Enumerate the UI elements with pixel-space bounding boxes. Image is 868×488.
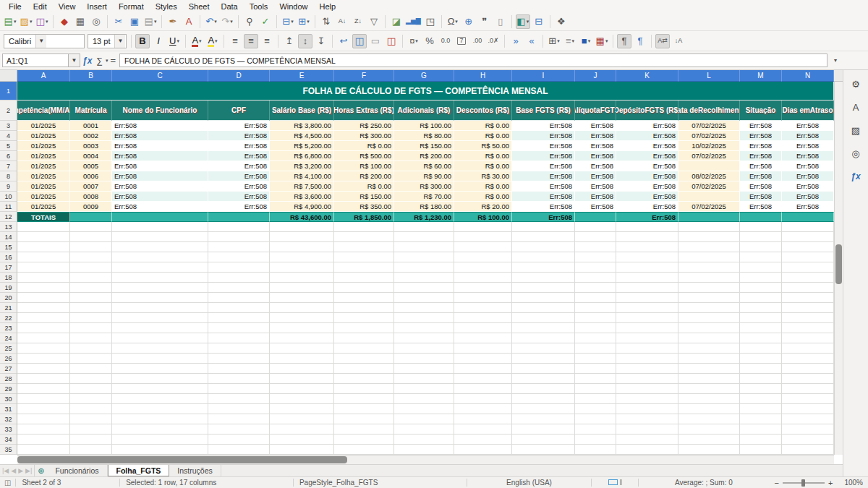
- grid-cell[interactable]: Err:508: [782, 192, 834, 202]
- grid-cell[interactable]: [740, 414, 782, 424]
- grid-cell[interactable]: Err:508: [575, 181, 616, 192]
- grid-cell[interactable]: [208, 394, 270, 404]
- row-header-24[interactable]: 24: [0, 333, 17, 343]
- grid-cell[interactable]: [678, 374, 740, 384]
- export-pdf-icon[interactable]: ◆: [57, 14, 72, 29]
- first-sheet-icon[interactable]: |◀: [2, 467, 9, 474]
- freeze-panes-dropdown-icon[interactable]: ▾: [527, 19, 529, 25]
- totals-cell[interactable]: [782, 212, 834, 222]
- grid-cell[interactable]: [70, 293, 112, 303]
- grid-cell[interactable]: [17, 394, 70, 404]
- grid-cell[interactable]: [334, 242, 394, 252]
- grid-cell[interactable]: R$ 150.00: [394, 141, 454, 151]
- grid-cell[interactable]: [740, 323, 782, 333]
- grid-cell[interactable]: R$ 50.00: [454, 141, 512, 151]
- grid-cell[interactable]: Err:508: [782, 131, 834, 141]
- grid-cell[interactable]: [270, 293, 334, 303]
- grid-cell[interactable]: [454, 333, 512, 343]
- row-header-29[interactable]: 29: [0, 384, 17, 394]
- grid-cell[interactable]: [575, 283, 616, 293]
- grid-cell[interactable]: [334, 364, 394, 374]
- grid-cell[interactable]: [17, 404, 70, 414]
- header-cell-B[interactable]: Matrícula: [70, 100, 112, 121]
- row-header-17[interactable]: 17: [0, 262, 17, 273]
- header-cell-I[interactable]: Base FGTS (R$): [512, 100, 575, 121]
- sort-icon[interactable]: ⇅: [319, 14, 333, 29]
- grid-cell[interactable]: Err:508: [512, 171, 575, 181]
- totals-cell[interactable]: [208, 212, 270, 222]
- grid-cell[interactable]: [454, 354, 512, 364]
- grid-cell[interactable]: [740, 283, 782, 293]
- grid-cell[interactable]: [454, 414, 512, 424]
- grid-cell[interactable]: [70, 303, 112, 313]
- grid-cell[interactable]: 10/02/2025: [678, 141, 740, 151]
- grid-cell[interactable]: [575, 414, 616, 424]
- grid-cell[interactable]: [334, 343, 394, 354]
- grid-cell[interactable]: [270, 374, 334, 384]
- open-folder-dropdown-icon[interactable]: ▾: [30, 19, 33, 25]
- grid-cell[interactable]: [454, 435, 512, 445]
- grid-cell[interactable]: [394, 303, 454, 313]
- zoom-slider[interactable]: [783, 482, 825, 484]
- header-cell-M[interactable]: Situação: [740, 100, 782, 121]
- grid-cell[interactable]: [70, 242, 112, 252]
- grid-cell[interactable]: Err:508: [740, 151, 782, 161]
- grid-cell[interactable]: 01/2025: [17, 141, 70, 151]
- grid-cell[interactable]: [112, 354, 208, 364]
- grid-cell[interactable]: [112, 252, 208, 262]
- grid-cell[interactable]: [334, 293, 394, 303]
- grid-cell[interactable]: Err:508: [208, 192, 270, 202]
- row-header-34[interactable]: 34: [0, 435, 17, 445]
- grid-cell[interactable]: R$ 6,800.00: [270, 151, 334, 161]
- grid-cell[interactable]: Err:508: [740, 141, 782, 151]
- grid-cell[interactable]: [575, 374, 616, 384]
- grid-cell[interactable]: [70, 313, 112, 323]
- column-header-I[interactable]: I: [512, 70, 575, 82]
- grid-cell[interactable]: [334, 252, 394, 262]
- row-header-19[interactable]: 19: [0, 283, 17, 293]
- grid-cell[interactable]: [616, 364, 678, 374]
- grid-cell[interactable]: Err:508: [208, 131, 270, 141]
- undo-icon[interactable]: ↶▾: [204, 14, 218, 29]
- grid-cell[interactable]: [334, 354, 394, 364]
- grid-cell[interactable]: [616, 414, 678, 424]
- grid-cell[interactable]: Err:508: [512, 161, 575, 171]
- menu-insert[interactable]: Insert: [81, 1, 113, 12]
- grid-cell[interactable]: [17, 374, 70, 384]
- grid-cell[interactable]: 0006: [70, 171, 112, 181]
- insert-chart-icon[interactable]: ▂▅▇: [405, 14, 422, 29]
- border-color-dropdown-icon[interactable]: ▾: [588, 38, 591, 44]
- currency-format-dropdown-icon[interactable]: ▾: [415, 38, 418, 44]
- grid-cell[interactable]: [512, 414, 575, 424]
- grid-cell[interactable]: [678, 323, 740, 333]
- grid-cell[interactable]: [740, 242, 782, 252]
- grid-cell[interactable]: [512, 293, 575, 303]
- grid-cell[interactable]: [334, 404, 394, 414]
- grid-cell[interactable]: [782, 293, 834, 303]
- grid-cell[interactable]: [678, 384, 740, 394]
- grid-cell[interactable]: [17, 242, 70, 252]
- grid-cell[interactable]: [70, 252, 112, 262]
- formula-input[interactable]: FOLHA DE CÁLCULO DE FGTS — COMPETÊNCIA M…: [119, 53, 827, 67]
- grid-cell[interactable]: [208, 435, 270, 445]
- grid-cell[interactable]: [112, 313, 208, 323]
- grid-cell[interactable]: [17, 232, 70, 242]
- horizontal-scrollbar[interactable]: [17, 455, 834, 464]
- grid-cell[interactable]: [616, 252, 678, 262]
- grid-cell[interactable]: Err:508: [740, 181, 782, 192]
- grid-cell[interactable]: R$ 150.00: [334, 192, 394, 202]
- grid-cell[interactable]: [512, 354, 575, 364]
- row-header-31[interactable]: 31: [0, 404, 17, 414]
- grid-cell[interactable]: [70, 354, 112, 364]
- grid-cell[interactable]: [112, 283, 208, 293]
- grid-cell[interactable]: [782, 313, 834, 323]
- grid-cell[interactable]: R$ 300.00: [394, 181, 454, 192]
- sheet-tab-funcionários[interactable]: Funcionários: [47, 465, 107, 476]
- name-box[interactable]: A1:Q1: [2, 53, 69, 67]
- grid-cell[interactable]: [454, 424, 512, 435]
- grid-cell[interactable]: [208, 323, 270, 333]
- grid-cell[interactable]: Err:508: [208, 141, 270, 151]
- grid-cell[interactable]: [454, 252, 512, 262]
- totals-cell[interactable]: R$ 43,600.00: [270, 212, 334, 222]
- grid-cell[interactable]: [616, 323, 678, 333]
